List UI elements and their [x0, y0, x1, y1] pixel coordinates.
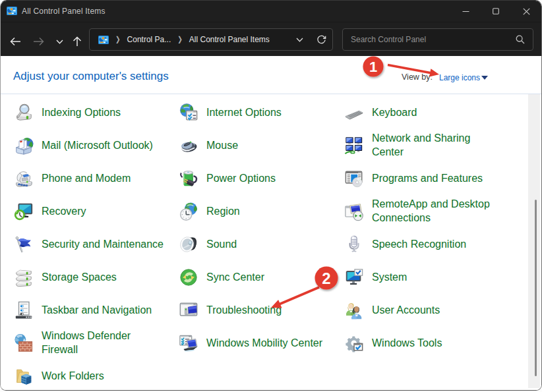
control-panel-item[interactable]: RemoteApp and DesktopConnections: [344, 195, 502, 228]
forward-button[interactable]: [28, 31, 49, 52]
item-label[interactable]: Sound: [206, 237, 237, 251]
mouse-icon[interactable]: [179, 136, 198, 155]
control-panel-item[interactable]: User Accounts: [344, 294, 502, 327]
view-by-dropdown[interactable]: Large icons: [439, 73, 480, 82]
work-folders-icon[interactable]: [14, 366, 34, 386]
mail-icon[interactable]: [14, 136, 34, 155]
taskbar-navigation-icon[interactable]: [14, 300, 34, 320]
system-icon[interactable]: [344, 267, 364, 287]
screen: All Control Panel Items: [0, 0, 542, 392]
sound-icon[interactable]: [179, 235, 198, 254]
scrollbar-track[interactable]: [528, 94, 540, 388]
control-panel-item[interactable]: Speech Recognition: [344, 228, 502, 261]
control-panel-item[interactable]: Recovery: [14, 195, 172, 228]
view-by-caret-icon[interactable]: [481, 76, 488, 80]
address-bar[interactable]: ❯ Control Pa... ❯ All Control Panel Item…: [89, 28, 333, 51]
control-panel-item[interactable]: Phone and Modem: [14, 162, 172, 195]
control-panel-item[interactable]: Power Options: [179, 162, 337, 195]
item-label[interactable]: Sync Center: [206, 270, 264, 284]
item-label[interactable]: Troubleshooting: [206, 303, 282, 317]
item-label[interactable]: Windows Mobility Center: [206, 336, 322, 350]
control-panel-item[interactable]: Security and Maintenance: [14, 228, 172, 261]
item-label[interactable]: Indexing Options: [42, 105, 121, 119]
control-panel-item[interactable]: Windows Tools: [344, 327, 502, 360]
security-maintenance-icon[interactable]: [14, 235, 34, 254]
control-panel-item[interactable]: Region: [179, 195, 337, 228]
control-panel-item[interactable]: Keyboard: [344, 96, 502, 129]
search-box[interactable]: Search Control Panel: [342, 28, 533, 51]
minimize-button[interactable]: [450, 1, 481, 22]
item-label[interactable]: User Accounts: [372, 303, 440, 317]
page-title: Adjust your computer's settings: [13, 70, 169, 83]
defender-firewall-icon[interactable]: [14, 333, 34, 353]
titlebar[interactable]: All Control Panel Items: [1, 1, 541, 22]
breadcrumb-root[interactable]: Control Pa...: [127, 35, 171, 44]
maximize-button[interactable]: [481, 1, 511, 22]
content-area: Adjust your computer's settings View by:…: [1, 56, 541, 391]
search-icon[interactable]: [516, 35, 525, 44]
speech-recognition-icon[interactable]: [344, 235, 364, 254]
control-panel-item[interactable]: Internet Options: [179, 96, 337, 129]
item-label[interactable]: Mail (Microsoft Outlook): [42, 138, 153, 152]
storage-spaces-icon[interactable]: [14, 267, 34, 287]
item-label[interactable]: RemoteApp and DesktopConnections: [372, 197, 490, 225]
item-label[interactable]: Work Folders: [42, 369, 104, 383]
sync-center-icon[interactable]: [179, 267, 198, 287]
phone-modem-icon[interactable]: [14, 169, 34, 188]
scrollbar-thumb[interactable]: [535, 200, 537, 376]
search-placeholder: Search Control Panel: [351, 35, 516, 44]
item-label[interactable]: Security and Maintenance: [42, 237, 164, 251]
user-accounts-icon[interactable]: [344, 300, 364, 320]
troubleshooting-icon[interactable]: [179, 300, 198, 320]
maximize-icon: [493, 8, 499, 14]
item-label[interactable]: Internet Options: [206, 105, 282, 119]
item-label[interactable]: Windows DefenderFirewall: [42, 329, 131, 356]
programs-features-icon[interactable]: [344, 169, 364, 188]
control-panel-item[interactable]: Mouse: [179, 129, 337, 162]
item-label[interactable]: Taskbar and Navigation: [42, 303, 152, 317]
control-panel-item[interactable]: Work Folders: [14, 360, 172, 391]
up-button[interactable]: [67, 31, 88, 52]
item-label[interactable]: Mouse: [206, 138, 238, 152]
control-panel-item[interactable]: Taskbar and Navigation: [14, 294, 172, 327]
control-panel-item[interactable]: Sync Center: [179, 261, 337, 294]
control-panel-item[interactable]: System: [344, 261, 502, 294]
item-label[interactable]: Phone and Modem: [42, 171, 131, 185]
address-dropdown-button[interactable]: [296, 29, 303, 50]
remoteapp-icon[interactable]: [344, 202, 364, 221]
control-panel-item[interactable]: Indexing Options: [14, 96, 172, 129]
item-label[interactable]: Keyboard: [372, 105, 417, 119]
network-sharing-icon[interactable]: [344, 136, 364, 155]
control-panel-item[interactable]: Mail (Microsoft Outlook): [14, 129, 172, 162]
control-panel-item[interactable]: Windows DefenderFirewall: [14, 327, 172, 360]
item-label[interactable]: Power Options: [206, 171, 276, 185]
item-label[interactable]: Network and SharingCenter: [372, 131, 470, 159]
mobility-center-icon[interactable]: [179, 333, 198, 353]
control-panel-item[interactable]: Storage Spaces: [14, 261, 172, 294]
item-label[interactable]: Region: [206, 204, 240, 218]
keyboard-icon[interactable]: [344, 103, 364, 123]
item-label[interactable]: Windows Tools: [372, 336, 442, 350]
breadcrumb-current[interactable]: All Control Panel Items: [189, 35, 270, 44]
item-label[interactable]: Recovery: [42, 204, 86, 218]
item-label[interactable]: Storage Spaces: [42, 270, 117, 284]
control-panel-item[interactable]: Windows Mobility Center: [179, 327, 337, 360]
indexing-options-icon[interactable]: [14, 103, 34, 123]
windows-tools-icon[interactable]: [344, 333, 364, 353]
power-options-icon[interactable]: [179, 169, 198, 188]
minimize-icon: [462, 8, 469, 15]
control-panel-item[interactable]: Network and SharingCenter: [344, 129, 502, 162]
item-label[interactable]: Speech Recognition: [372, 237, 466, 251]
recovery-icon[interactable]: [14, 202, 34, 221]
control-panel-item[interactable]: Programs and Features: [344, 162, 502, 195]
back-button[interactable]: [5, 31, 26, 52]
control-panel-item[interactable]: Sound: [179, 228, 337, 261]
item-label[interactable]: System: [372, 270, 407, 284]
region-icon[interactable]: [179, 202, 198, 221]
control-panel-item[interactable]: Troubleshooting: [179, 294, 337, 327]
back-arrow-icon: [10, 37, 21, 46]
item-label[interactable]: Programs and Features: [372, 171, 483, 185]
refresh-button[interactable]: [316, 29, 326, 50]
close-button[interactable]: [511, 1, 541, 22]
internet-options-icon[interactable]: [179, 103, 198, 123]
